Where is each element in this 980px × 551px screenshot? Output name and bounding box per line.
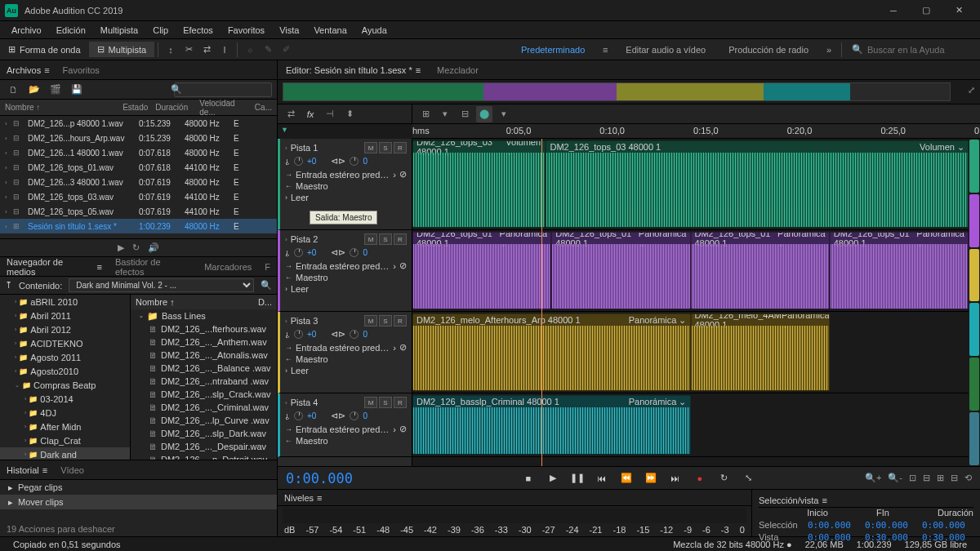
- media-file-row[interactable]: 🗎DM2_126_..._Despair.wav: [131, 440, 277, 453]
- folder-row[interactable]: ›📁Abril 2011: [0, 309, 130, 322]
- zoom-in-h-icon[interactable]: 🔍+: [865, 473, 881, 483]
- playhead[interactable]: [541, 139, 542, 466]
- play-icon[interactable]: ▶: [118, 242, 124, 253]
- pan-knob[interactable]: [350, 411, 359, 420]
- snap-icon[interactable]: ⊞: [417, 106, 434, 122]
- media-file-row[interactable]: 🗎DM2_126_..._Anthem.wav: [131, 335, 277, 349]
- time-value[interactable]: 0:00.000: [865, 520, 915, 531]
- menu-vista[interactable]: Vista: [273, 24, 305, 37]
- pause-button[interactable]: ❚❚: [569, 470, 586, 487]
- audio-clip[interactable]: DM2_126_tops_03 48000 1Volumen ⌄: [412, 140, 546, 228]
- volume-knob[interactable]: [294, 330, 303, 339]
- sends-icon[interactable]: ⊣: [322, 106, 338, 122]
- audio-clip[interactable]: DM2_126_melo_4AM 48000 1Panorámica ⌄: [691, 313, 830, 391]
- goto-end-button[interactable]: ⏭: [667, 470, 684, 487]
- media-up-icon[interactable]: ⤒: [5, 280, 12, 291]
- time-select-tool[interactable]: I: [216, 41, 234, 59]
- media-file-row[interactable]: ⌄📁Bass Lines: [131, 309, 277, 322]
- track-collapse-icon[interactable]: ›: [285, 236, 287, 243]
- file-row[interactable]: ›⊞Sesión sin título 1.sesx *1:00.2394800…: [0, 219, 277, 233]
- zoom-reset-icon[interactable]: ⟲: [964, 473, 972, 483]
- snap-menu-icon[interactable]: ▾: [437, 106, 453, 122]
- media-file-row[interactable]: 🗎DM2_126_..._Balance .wav: [131, 362, 277, 375]
- media-file-row[interactable]: 🗎DM2_126_...ntraband .wav: [131, 375, 277, 388]
- zoom-sel-icon[interactable]: ⊟: [923, 473, 930, 483]
- tool-a[interactable]: ⟐: [241, 41, 259, 59]
- record-arm-button[interactable]: R: [394, 315, 407, 327]
- record-button[interactable]: ●: [692, 470, 708, 487]
- save-file-icon[interactable]: 💾: [69, 82, 85, 98]
- track-input[interactable]: →Entrada estéreo predete›⊘: [285, 260, 407, 271]
- eq-icon[interactable]: ⬍: [341, 106, 358, 122]
- media-file-row[interactable]: 🗎DM2_126_...p_Detroit.wav: [131, 453, 277, 460]
- track-read-mode[interactable]: ›Leer: [285, 366, 407, 375]
- folder-row[interactable]: ›📁Dark and: [0, 447, 130, 460]
- multitrack-mode-button[interactable]: ⊟Multipista: [89, 42, 154, 57]
- workspace-default[interactable]: Predeterminado: [510, 45, 596, 55]
- open-file-icon[interactable]: 📂: [26, 82, 42, 98]
- menu-archivo[interactable]: Archivo: [5, 24, 48, 37]
- clip-param[interactable]: Panorámica ⌄: [629, 315, 687, 326]
- toggle-loop-icon[interactable]: ⇄: [283, 106, 299, 122]
- tab-markers[interactable]: Marcadores: [204, 262, 252, 272]
- track-name[interactable]: Pista 2: [291, 234, 361, 244]
- timeline-ruler[interactable]: hms0:05,00:10,00:15,00:20,00:25,00:: [412, 124, 980, 139]
- file-row[interactable]: ›⊟DM2_126...hours_Arp.wav0:15.23948000 H…: [0, 131, 277, 145]
- tab-files[interactable]: Archivos ≡: [7, 65, 50, 75]
- col-samplerate[interactable]: Velocidad de...: [194, 99, 250, 117]
- playhead-marker-icon[interactable]: ▼: [281, 126, 288, 134]
- menu-ayuda[interactable]: Ayuda: [355, 24, 394, 37]
- workspace-menu-icon[interactable]: ≡: [596, 41, 614, 59]
- media-search-icon[interactable]: 🔍: [261, 280, 272, 291]
- mute-button[interactable]: M: [364, 397, 377, 408]
- pan-knob[interactable]: [350, 248, 359, 257]
- tab-history[interactable]: Historial ≡: [7, 465, 47, 475]
- folder-row[interactable]: ›📁ACIDTEKNO: [0, 336, 130, 350]
- mute-button[interactable]: M: [364, 315, 377, 327]
- tab-media-browser[interactable]: Navegador de medios ≡: [7, 257, 102, 277]
- folder-row[interactable]: ›📁Abril 2012: [0, 322, 130, 336]
- media-file-row[interactable]: 🗎DM2_126_..._Atonalis.wav: [131, 349, 277, 362]
- folder-row[interactable]: ›📁aBRIL 2010: [0, 295, 130, 309]
- time-value[interactable]: 0:00.000: [922, 520, 973, 531]
- time-value[interactable]: 0:00.000: [808, 520, 858, 531]
- folder-row[interactable]: ›📁Agosto2010: [0, 364, 130, 378]
- move-tool[interactable]: ↕: [162, 41, 180, 59]
- folder-row[interactable]: ⌄📁Compras Beatp: [0, 378, 130, 392]
- file-row[interactable]: ›⊟DM2_126...1 48000 1.wav0:07.61848000 H…: [0, 145, 277, 160]
- close-button[interactable]: ✕: [942, 0, 975, 21]
- session-overview[interactable]: ⤢: [278, 80, 980, 104]
- folder-row[interactable]: ›📁Clap_Crat: [0, 433, 130, 447]
- minimize-button[interactable]: ─: [877, 0, 910, 21]
- menu-favoritos[interactable]: Favoritos: [221, 24, 271, 37]
- mute-button[interactable]: M: [364, 233, 377, 245]
- col-state[interactable]: Estado: [118, 103, 150, 112]
- track-output[interactable]: ←Maestro: [285, 273, 407, 282]
- track-name[interactable]: Pista 4: [291, 398, 361, 407]
- solo-button[interactable]: S: [379, 142, 392, 153]
- tab-video[interactable]: Vídeo: [60, 465, 84, 475]
- current-time[interactable]: 0:00.000: [278, 470, 412, 487]
- overview-expand-icon[interactable]: ⤢: [968, 85, 975, 96]
- audio-clip[interactable]: DM2_126_tops_01 48000 1Panorámica ⌄: [691, 232, 830, 309]
- audio-clip[interactable]: DM2_126_melo_Afterhours_Arp 48000 1Panor…: [412, 313, 691, 391]
- media-file-row[interactable]: 🗎DM2_126_...slp_Dark.wav: [131, 427, 277, 440]
- workspace-radio[interactable]: Producción de radio: [717, 45, 820, 55]
- tab-effects-rack[interactable]: Bastidor de efectos: [115, 257, 191, 277]
- workspace-video[interactable]: Editar audio a vídeo: [614, 45, 717, 55]
- volume-knob[interactable]: [294, 411, 303, 420]
- fx-icon[interactable]: fx: [302, 106, 318, 122]
- file-row[interactable]: ›⊟DM2_126_tops_05.wav0:07.61944100 HzE: [0, 204, 277, 219]
- media-file-row[interactable]: 🗎DM2_126_...slp_Crack.wav: [131, 388, 277, 401]
- record-file-icon[interactable]: 🎬: [47, 82, 64, 98]
- pan-knob[interactable]: [350, 157, 359, 166]
- folder-row[interactable]: ›📁03-2014: [0, 392, 130, 406]
- ripple-icon[interactable]: ⊟: [457, 106, 473, 122]
- play-button[interactable]: ▶: [545, 470, 561, 487]
- file-row[interactable]: ›⊟DM2_126_tops_01.wav0:07.61844100 HzE: [0, 160, 277, 175]
- track-collapse-icon[interactable]: ›: [285, 144, 287, 152]
- rewind-button[interactable]: ⏪: [618, 470, 635, 487]
- loop-playback-button[interactable]: ↻: [716, 470, 733, 487]
- clip-param[interactable]: Volumen ⌄: [920, 142, 964, 153]
- history-item[interactable]: ▸Mover clips: [0, 495, 277, 509]
